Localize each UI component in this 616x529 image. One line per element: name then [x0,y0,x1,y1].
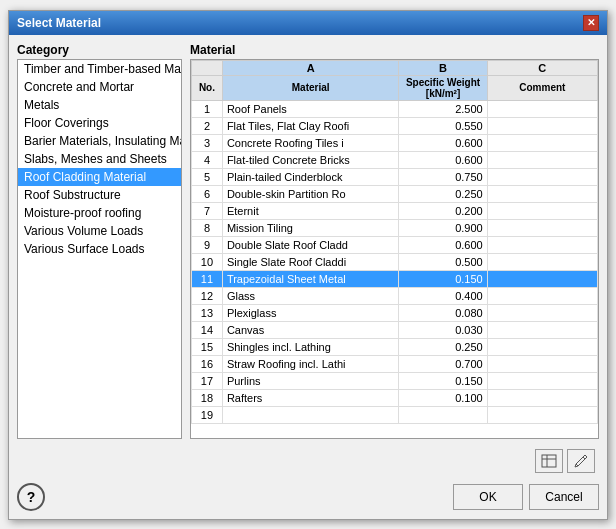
icon-buttons [306,449,595,473]
cancel-button[interactable]: Cancel [529,484,599,510]
row-comment [487,389,597,406]
row-material: Plexiglass [222,304,399,321]
category-item[interactable]: Barier Materials, Insulating Mate [18,132,181,150]
table-row[interactable]: 9Double Slate Roof Cladd0.600 [192,236,598,253]
table-row[interactable]: 15Shingles incl. Lathing0.250 [192,338,598,355]
table-row[interactable]: 19 [192,406,598,423]
th-col-b: B [399,60,487,75]
row-no: 5 [192,168,223,185]
category-panel: Category Timber and Timber-based MaterCo… [17,43,182,439]
row-no: 3 [192,134,223,151]
category-item[interactable]: Moisture-proof roofing [18,204,181,222]
row-comment [487,321,597,338]
row-comment [487,185,597,202]
row-comment [487,406,597,423]
row-no: 6 [192,185,223,202]
category-item[interactable]: Timber and Timber-based Mater [18,60,181,78]
row-no: 11 [192,270,223,287]
table-row[interactable]: 7Eternit0.200 [192,202,598,219]
category-item[interactable]: Slabs, Meshes and Sheets [18,150,181,168]
help-button[interactable]: ? [17,483,45,511]
category-list[interactable]: Timber and Timber-based MaterConcrete an… [17,59,182,439]
table-row[interactable]: 6Double-skin Partition Ro0.250 [192,185,598,202]
row-no: 17 [192,372,223,389]
th-col-a: A [222,60,399,75]
category-item[interactable]: Concrete and Mortar [18,78,181,96]
weight-unit: [kN/m²] [426,88,460,99]
close-button[interactable]: ✕ [583,15,599,31]
row-weight: 0.700 [399,355,487,372]
category-item[interactable]: Metals [18,96,181,114]
row-comment [487,117,597,134]
row-material: Single Slate Roof Claddi [222,253,399,270]
row-weight: 0.150 [399,372,487,389]
category-item[interactable]: Various Surface Loads [18,240,181,258]
row-no: 15 [192,338,223,355]
row-weight: 0.600 [399,236,487,253]
table-row[interactable]: 2Flat Tiles, Flat Clay Roofi0.550 [192,117,598,134]
row-material: Concrete Roofing Tiles i [222,134,399,151]
row-no: 18 [192,389,223,406]
th-no [192,60,223,75]
th-col-c: C [487,60,597,75]
table-row[interactable]: 14Canvas0.030 [192,321,598,338]
row-comment [487,287,597,304]
row-material: Shingles incl. Lathing [222,338,399,355]
table-row[interactable]: 4Flat-tiled Concrete Bricks0.600 [192,151,598,168]
table-row[interactable]: 8Mission Tiling0.900 [192,219,598,236]
row-comment [487,338,597,355]
table-row[interactable]: 16Straw Roofing incl. Lathi0.700 [192,355,598,372]
table-row[interactable]: 5Plain-tailed Cinderblock0.750 [192,168,598,185]
row-no: 7 [192,202,223,219]
th-material: Material [222,75,399,100]
table-row[interactable]: 17Purlins0.150 [192,372,598,389]
category-item[interactable]: Roof Cladding Material [18,168,181,186]
row-comment [487,304,597,321]
table-row[interactable]: 18Rafters0.100 [192,389,598,406]
th-weight: Specific Weight [kN/m²] [399,75,487,100]
category-item[interactable]: Roof Substructure [18,186,181,204]
row-no: 14 [192,321,223,338]
table-row[interactable]: 12Glass0.400 [192,287,598,304]
row-material: Mission Tiling [222,219,399,236]
icon-button-2[interactable] [567,449,595,473]
table-row[interactable]: 13Plexiglass0.080 [192,304,598,321]
row-material: Purlins [222,372,399,389]
dialog-body: Category Timber and Timber-based MaterCo… [9,35,607,519]
weight-label: Specific Weight [406,77,480,88]
row-comment [487,372,597,389]
row-no: 9 [192,236,223,253]
row-comment [487,253,597,270]
row-comment [487,134,597,151]
row-comment [487,219,597,236]
table-row[interactable]: 11Trapezoidal Sheet Metal0.150 [192,270,598,287]
row-no: 2 [192,117,223,134]
ok-button[interactable]: OK [453,484,523,510]
svg-line-4 [585,455,587,457]
row-weight: 0.200 [399,202,487,219]
row-weight: 0.030 [399,321,487,338]
footer-row: ? OK Cancel [17,483,599,511]
row-weight: 0.250 [399,338,487,355]
table-row[interactable]: 3Concrete Roofing Tiles i0.600 [192,134,598,151]
row-weight: 0.600 [399,151,487,168]
row-comment [487,202,597,219]
row-material: Flat-tiled Concrete Bricks [222,151,399,168]
dialog-buttons: OK Cancel [453,484,599,510]
row-comment [487,355,597,372]
row-weight: 0.150 [399,270,487,287]
row-weight: 0.900 [399,219,487,236]
edit-icon [574,454,588,468]
table-row[interactable]: 1Roof Panels2.500 [192,100,598,117]
row-no: 8 [192,219,223,236]
row-material: Eternit [222,202,399,219]
table-row[interactable]: 10Single Slate Roof Claddi0.500 [192,253,598,270]
category-item[interactable]: Various Volume Loads [18,222,181,240]
icon-button-1[interactable] [535,449,563,473]
material-table-wrapper[interactable]: A B C No. Material Specific Weight [kN/m… [190,59,599,439]
row-material: Glass [222,287,399,304]
material-panel: Material A B [190,43,599,439]
category-item[interactable]: Floor Coverings [18,114,181,132]
row-weight [399,406,487,423]
table-icon [541,454,557,468]
